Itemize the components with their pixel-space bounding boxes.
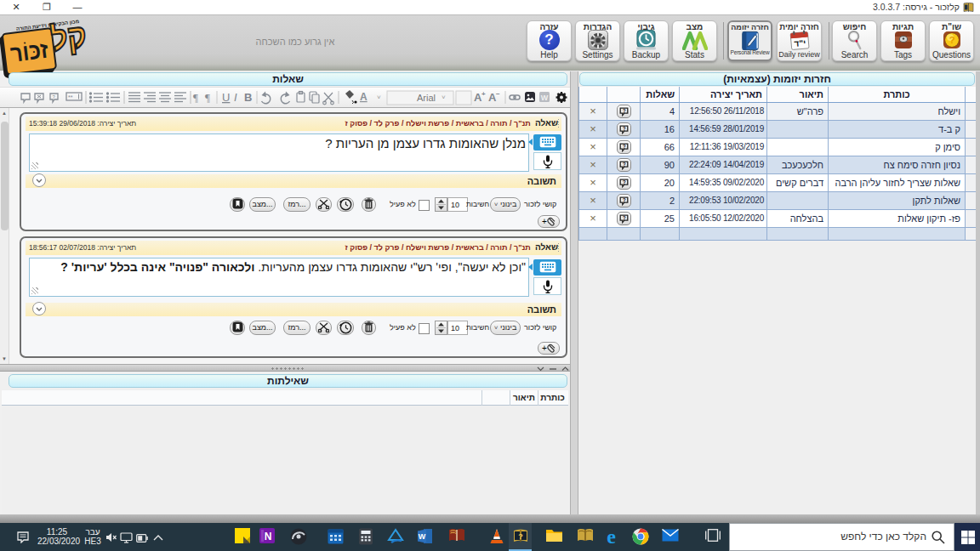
svg-text:?: ? (622, 179, 625, 185)
svg-text:י"ד: י"ד (793, 38, 806, 48)
svg-text:Arial: Arial (417, 93, 436, 103)
svg-text:U: U (222, 91, 230, 104)
svg-text:˅: ˅ (377, 94, 381, 101)
svg-text:B: B (244, 91, 252, 104)
svg-text:W: W (419, 532, 426, 541)
svg-text:N: N (264, 531, 271, 542)
svg-text:?: ? (622, 196, 625, 202)
svg-text:?: ? (949, 35, 954, 45)
svg-text:?: ? (622, 125, 625, 131)
svg-text:?: ? (622, 143, 625, 149)
svg-text:?: ? (622, 107, 625, 113)
svg-text:+: + (481, 90, 486, 98)
svg-text:?: ? (518, 532, 523, 541)
svg-text:−: − (496, 90, 500, 98)
svg-text:A: A (360, 91, 368, 103)
svg-text:?: ? (622, 161, 625, 167)
svg-text:¶: ¶ (205, 91, 210, 104)
svg-text:W: W (541, 94, 549, 102)
svg-text:I: I (234, 91, 237, 104)
svg-text:**: ** (68, 94, 73, 100)
svg-text:?: ? (53, 94, 56, 99)
svg-text:¶: ¶ (193, 91, 198, 104)
svg-text:˅: ˅ (442, 94, 446, 101)
svg-text:?: ? (622, 214, 625, 220)
